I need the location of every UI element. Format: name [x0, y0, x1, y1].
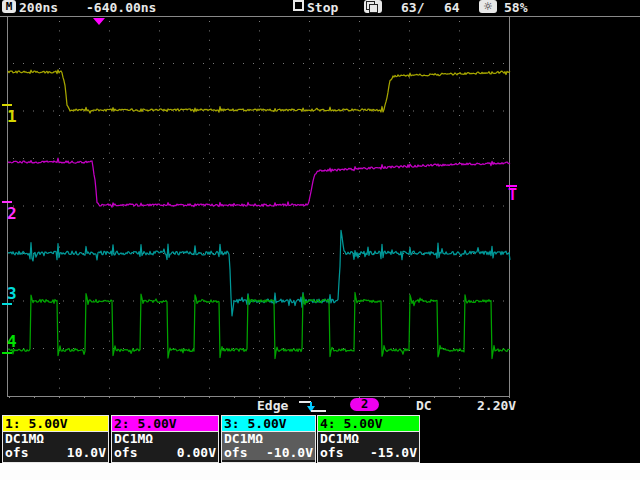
channel-4-offset-value: -15.0V: [370, 446, 417, 460]
channel-1-ground-marker[interactable]: [2, 104, 12, 106]
channel-2-scale: 2: 5.00V: [112, 416, 218, 432]
channel-4-ground-marker[interactable]: [2, 352, 12, 354]
channel-1-offset-label: ofs: [5, 446, 28, 460]
trigger-type-label[interactable]: Edge: [257, 398, 288, 413]
channel-4-box[interactable]: 4: 5.00V DC1MΩ ofs-15.0V: [317, 415, 420, 463]
channel-3-scale: 3: 5.00V: [222, 416, 315, 432]
channel-3-offset-label: ofs: [224, 446, 247, 460]
channel-1-coupling: DC1MΩ: [3, 432, 108, 446]
channel-4-offset-label: ofs: [320, 446, 343, 460]
channel-2-box[interactable]: 2: 5.00V DC1MΩ ofs0.00V: [111, 415, 219, 463]
channel-3-ground-marker[interactable]: [2, 303, 12, 305]
channel-1-box[interactable]: 1: 5.00V DC1MΩ ofs10.0V: [2, 415, 109, 463]
channel-2-label[interactable]: 2: [7, 205, 17, 222]
channel-2-coupling: DC1MΩ: [112, 432, 218, 446]
channel-3-box[interactable]: 3: 5.00V DC1MΩ ofs-10.0V: [221, 415, 316, 463]
channel-4-label[interactable]: 4: [7, 333, 17, 350]
bottom-menu-strip: [0, 463, 640, 480]
falling-edge-icon: [299, 400, 329, 413]
channel-1-offset-value: 10.0V: [67, 446, 106, 460]
trigger-position-marker[interactable]: [93, 18, 105, 25]
channel-3-label[interactable]: 3: [7, 285, 17, 302]
channel-4-scale: 4: 5.00V: [318, 416, 419, 432]
channel-3-offset-value: -10.0V: [266, 446, 313, 460]
trigger-level-marker[interactable]: T: [508, 188, 517, 203]
oscilloscope-screen: M 200ns -640.00ns Stop 63/ 64 ☼ 58% 1 2 …: [0, 0, 640, 480]
trigger-source-badge[interactable]: 2: [350, 398, 379, 411]
channel-2-offset-value: 0.00V: [177, 446, 216, 460]
channel-4-coupling: DC1MΩ: [318, 432, 419, 446]
channel-2-offset-label: ofs: [114, 446, 137, 460]
trigger-coupling[interactable]: DC: [416, 398, 432, 413]
channel-3-coupling: DC1MΩ: [222, 432, 315, 446]
trigger-level-readout[interactable]: 2.20V: [477, 398, 516, 413]
trigger-bar: Edge 2 DC 2.20V: [0, 398, 640, 415]
channel-2-ground-marker[interactable]: [2, 201, 12, 203]
channel-1-scale: 1: 5.00V: [3, 416, 108, 432]
channel-1-label[interactable]: 1: [7, 108, 17, 125]
